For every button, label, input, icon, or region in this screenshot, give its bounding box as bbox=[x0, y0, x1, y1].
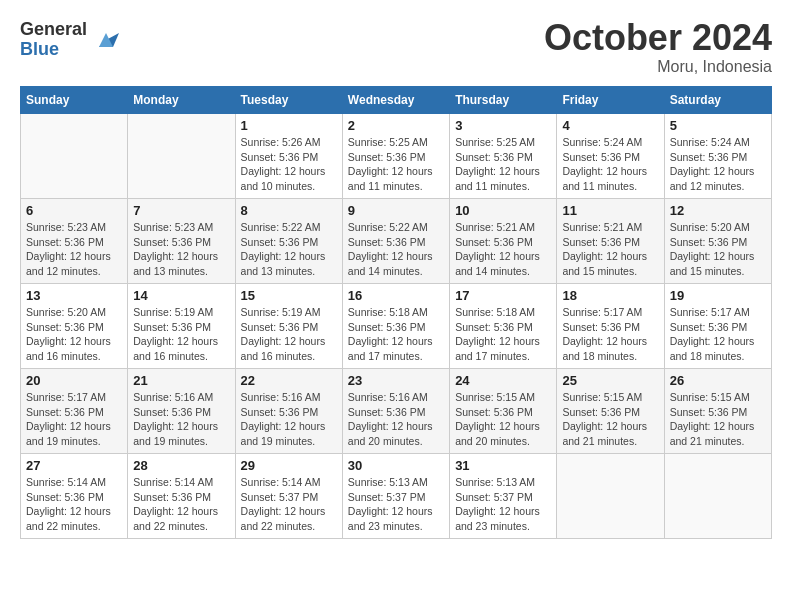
calendar-week-1: 6Sunrise: 5:23 AM Sunset: 5:36 PM Daylig… bbox=[21, 199, 772, 284]
calendar-cell: 16Sunrise: 5:18 AM Sunset: 5:36 PM Dayli… bbox=[342, 284, 449, 369]
day-info: Sunrise: 5:16 AM Sunset: 5:36 PM Dayligh… bbox=[133, 390, 229, 449]
calendar-cell: 23Sunrise: 5:16 AM Sunset: 5:36 PM Dayli… bbox=[342, 369, 449, 454]
day-info: Sunrise: 5:17 AM Sunset: 5:36 PM Dayligh… bbox=[670, 305, 766, 364]
calendar-week-0: 1Sunrise: 5:26 AM Sunset: 5:36 PM Daylig… bbox=[21, 114, 772, 199]
day-number: 17 bbox=[455, 288, 551, 303]
col-thursday: Thursday bbox=[450, 87, 557, 114]
day-number: 3 bbox=[455, 118, 551, 133]
day-number: 22 bbox=[241, 373, 337, 388]
day-number: 24 bbox=[455, 373, 551, 388]
day-info: Sunrise: 5:16 AM Sunset: 5:36 PM Dayligh… bbox=[241, 390, 337, 449]
day-number: 6 bbox=[26, 203, 122, 218]
calendar-cell: 6Sunrise: 5:23 AM Sunset: 5:36 PM Daylig… bbox=[21, 199, 128, 284]
day-number: 14 bbox=[133, 288, 229, 303]
calendar-cell: 29Sunrise: 5:14 AM Sunset: 5:37 PM Dayli… bbox=[235, 454, 342, 539]
day-number: 18 bbox=[562, 288, 658, 303]
day-info: Sunrise: 5:19 AM Sunset: 5:36 PM Dayligh… bbox=[241, 305, 337, 364]
calendar-cell: 28Sunrise: 5:14 AM Sunset: 5:36 PM Dayli… bbox=[128, 454, 235, 539]
calendar-cell: 17Sunrise: 5:18 AM Sunset: 5:36 PM Dayli… bbox=[450, 284, 557, 369]
day-number: 8 bbox=[241, 203, 337, 218]
day-number: 4 bbox=[562, 118, 658, 133]
day-number: 12 bbox=[670, 203, 766, 218]
day-info: Sunrise: 5:24 AM Sunset: 5:36 PM Dayligh… bbox=[562, 135, 658, 194]
day-info: Sunrise: 5:15 AM Sunset: 5:36 PM Dayligh… bbox=[562, 390, 658, 449]
day-info: Sunrise: 5:24 AM Sunset: 5:36 PM Dayligh… bbox=[670, 135, 766, 194]
day-number: 16 bbox=[348, 288, 444, 303]
day-number: 20 bbox=[26, 373, 122, 388]
header-row: Sunday Monday Tuesday Wednesday Thursday… bbox=[21, 87, 772, 114]
day-number: 27 bbox=[26, 458, 122, 473]
day-number: 21 bbox=[133, 373, 229, 388]
day-info: Sunrise: 5:22 AM Sunset: 5:36 PM Dayligh… bbox=[348, 220, 444, 279]
calendar-cell: 14Sunrise: 5:19 AM Sunset: 5:36 PM Dayli… bbox=[128, 284, 235, 369]
calendar-cell: 19Sunrise: 5:17 AM Sunset: 5:36 PM Dayli… bbox=[664, 284, 771, 369]
day-info: Sunrise: 5:16 AM Sunset: 5:36 PM Dayligh… bbox=[348, 390, 444, 449]
day-info: Sunrise: 5:21 AM Sunset: 5:36 PM Dayligh… bbox=[455, 220, 551, 279]
calendar-cell bbox=[128, 114, 235, 199]
header: General Blue October 2024 Moru, Indonesi… bbox=[20, 20, 772, 76]
day-number: 10 bbox=[455, 203, 551, 218]
day-number: 26 bbox=[670, 373, 766, 388]
day-number: 7 bbox=[133, 203, 229, 218]
day-info: Sunrise: 5:17 AM Sunset: 5:36 PM Dayligh… bbox=[26, 390, 122, 449]
day-info: Sunrise: 5:23 AM Sunset: 5:36 PM Dayligh… bbox=[133, 220, 229, 279]
day-number: 25 bbox=[562, 373, 658, 388]
calendar-week-4: 27Sunrise: 5:14 AM Sunset: 5:36 PM Dayli… bbox=[21, 454, 772, 539]
col-sunday: Sunday bbox=[21, 87, 128, 114]
day-number: 5 bbox=[670, 118, 766, 133]
day-info: Sunrise: 5:18 AM Sunset: 5:36 PM Dayligh… bbox=[455, 305, 551, 364]
calendar-cell: 7Sunrise: 5:23 AM Sunset: 5:36 PM Daylig… bbox=[128, 199, 235, 284]
day-number: 13 bbox=[26, 288, 122, 303]
day-info: Sunrise: 5:14 AM Sunset: 5:36 PM Dayligh… bbox=[133, 475, 229, 534]
day-info: Sunrise: 5:13 AM Sunset: 5:37 PM Dayligh… bbox=[455, 475, 551, 534]
day-number: 2 bbox=[348, 118, 444, 133]
calendar-table: Sunday Monday Tuesday Wednesday Thursday… bbox=[20, 86, 772, 539]
day-info: Sunrise: 5:15 AM Sunset: 5:36 PM Dayligh… bbox=[670, 390, 766, 449]
calendar-cell bbox=[557, 454, 664, 539]
calendar-cell: 11Sunrise: 5:21 AM Sunset: 5:36 PM Dayli… bbox=[557, 199, 664, 284]
calendar-cell bbox=[664, 454, 771, 539]
calendar-cell: 20Sunrise: 5:17 AM Sunset: 5:36 PM Dayli… bbox=[21, 369, 128, 454]
calendar-cell: 21Sunrise: 5:16 AM Sunset: 5:36 PM Dayli… bbox=[128, 369, 235, 454]
day-info: Sunrise: 5:20 AM Sunset: 5:36 PM Dayligh… bbox=[26, 305, 122, 364]
day-number: 15 bbox=[241, 288, 337, 303]
calendar-cell: 13Sunrise: 5:20 AM Sunset: 5:36 PM Dayli… bbox=[21, 284, 128, 369]
calendar-cell bbox=[21, 114, 128, 199]
day-info: Sunrise: 5:13 AM Sunset: 5:37 PM Dayligh… bbox=[348, 475, 444, 534]
day-info: Sunrise: 5:19 AM Sunset: 5:36 PM Dayligh… bbox=[133, 305, 229, 364]
logo-icon bbox=[91, 25, 121, 55]
calendar-cell: 30Sunrise: 5:13 AM Sunset: 5:37 PM Dayli… bbox=[342, 454, 449, 539]
col-tuesday: Tuesday bbox=[235, 87, 342, 114]
calendar-week-3: 20Sunrise: 5:17 AM Sunset: 5:36 PM Dayli… bbox=[21, 369, 772, 454]
day-info: Sunrise: 5:26 AM Sunset: 5:36 PM Dayligh… bbox=[241, 135, 337, 194]
calendar-cell: 4Sunrise: 5:24 AM Sunset: 5:36 PM Daylig… bbox=[557, 114, 664, 199]
calendar-cell: 2Sunrise: 5:25 AM Sunset: 5:36 PM Daylig… bbox=[342, 114, 449, 199]
calendar-cell: 15Sunrise: 5:19 AM Sunset: 5:36 PM Dayli… bbox=[235, 284, 342, 369]
day-number: 30 bbox=[348, 458, 444, 473]
day-info: Sunrise: 5:15 AM Sunset: 5:36 PM Dayligh… bbox=[455, 390, 551, 449]
logo: General Blue bbox=[20, 20, 121, 60]
day-info: Sunrise: 5:20 AM Sunset: 5:36 PM Dayligh… bbox=[670, 220, 766, 279]
calendar-cell: 22Sunrise: 5:16 AM Sunset: 5:36 PM Dayli… bbox=[235, 369, 342, 454]
col-friday: Friday bbox=[557, 87, 664, 114]
day-number: 23 bbox=[348, 373, 444, 388]
day-info: Sunrise: 5:17 AM Sunset: 5:36 PM Dayligh… bbox=[562, 305, 658, 364]
day-info: Sunrise: 5:18 AM Sunset: 5:36 PM Dayligh… bbox=[348, 305, 444, 364]
calendar-cell: 3Sunrise: 5:25 AM Sunset: 5:36 PM Daylig… bbox=[450, 114, 557, 199]
day-number: 28 bbox=[133, 458, 229, 473]
day-info: Sunrise: 5:25 AM Sunset: 5:36 PM Dayligh… bbox=[348, 135, 444, 194]
day-info: Sunrise: 5:25 AM Sunset: 5:36 PM Dayligh… bbox=[455, 135, 551, 194]
day-info: Sunrise: 5:14 AM Sunset: 5:36 PM Dayligh… bbox=[26, 475, 122, 534]
calendar-cell: 27Sunrise: 5:14 AM Sunset: 5:36 PM Dayli… bbox=[21, 454, 128, 539]
calendar-cell: 1Sunrise: 5:26 AM Sunset: 5:36 PM Daylig… bbox=[235, 114, 342, 199]
calendar-cell: 31Sunrise: 5:13 AM Sunset: 5:37 PM Dayli… bbox=[450, 454, 557, 539]
col-saturday: Saturday bbox=[664, 87, 771, 114]
calendar-cell: 24Sunrise: 5:15 AM Sunset: 5:36 PM Dayli… bbox=[450, 369, 557, 454]
col-wednesday: Wednesday bbox=[342, 87, 449, 114]
month-title: October 2024 bbox=[544, 20, 772, 56]
day-number: 11 bbox=[562, 203, 658, 218]
day-number: 29 bbox=[241, 458, 337, 473]
day-info: Sunrise: 5:22 AM Sunset: 5:36 PM Dayligh… bbox=[241, 220, 337, 279]
day-number: 19 bbox=[670, 288, 766, 303]
day-number: 1 bbox=[241, 118, 337, 133]
